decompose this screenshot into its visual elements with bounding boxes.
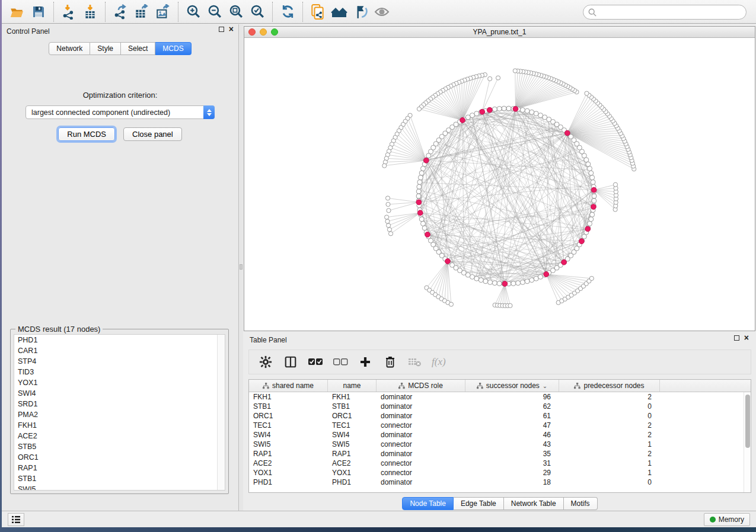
tab-mcds[interactable]: MCDS [155, 42, 191, 55]
table-cell[interactable]: ORC1 [249, 411, 328, 421]
graph-node[interactable] [483, 279, 488, 284]
hide-selected-button[interactable] [350, 2, 371, 21]
table-cell[interactable]: ORC1 [328, 411, 377, 421]
table-cell[interactable]: ACE2 [249, 459, 328, 468]
graph-node[interactable] [511, 281, 516, 286]
graph-leaf-node[interactable] [387, 227, 391, 232]
table-row[interactable]: TEC1TEC1connector472 [249, 421, 751, 430]
graph-mcds-node[interactable] [460, 117, 465, 123]
graph-leaf-node[interactable] [508, 303, 512, 307]
network-graph[interactable] [244, 38, 755, 331]
graph-node[interactable] [418, 175, 423, 180]
result-list-scrollbar[interactable] [217, 335, 225, 490]
import-table-button[interactable] [79, 2, 101, 21]
search-input[interactable] [599, 8, 746, 17]
float-table-panel-icon[interactable] [734, 335, 739, 341]
graph-node[interactable] [417, 180, 422, 184]
graph-node[interactable] [420, 221, 425, 226]
graph-node[interactable] [520, 280, 525, 284]
graph-mcds-node[interactable] [487, 107, 492, 113]
mcds-result-item[interactable]: STB1 [14, 473, 225, 484]
zoom-out-button[interactable] [204, 2, 225, 21]
optimization-criterion-dropdown[interactable]: largest connected component (undirected) [25, 105, 215, 119]
graph-node[interactable] [474, 111, 479, 116]
table-cell[interactable]: dominator [377, 411, 465, 421]
graph-node[interactable] [589, 217, 594, 222]
table-cell[interactable]: TEC1 [328, 421, 377, 430]
table-cell[interactable]: PHD1 [328, 477, 377, 487]
mcds-result-item[interactable]: STP4 [14, 356, 225, 367]
zoom-fit-button[interactable] [225, 2, 247, 21]
graph-node[interactable] [419, 217, 424, 222]
mcds-result-item[interactable]: SRD1 [14, 399, 225, 409]
search-field[interactable] [583, 5, 747, 20]
table-cell[interactable]: RAP1 [249, 449, 328, 459]
graph-node[interactable] [488, 280, 493, 284]
table-scrollbar-thumb[interactable] [745, 395, 750, 448]
mcds-result-item[interactable]: SWI4 [14, 388, 225, 399]
graph-mcds-node[interactable] [416, 200, 422, 205]
graph-node[interactable] [525, 279, 529, 284]
delete-column-button[interactable] [382, 354, 398, 370]
deselect-all-button[interactable] [332, 354, 349, 370]
graph-mcds-node[interactable] [564, 130, 570, 136]
table-row[interactable]: ACE2ACE2connector311 [249, 459, 751, 468]
graph-node[interactable] [586, 162, 591, 166]
table-cell[interactable]: connector [377, 421, 465, 430]
mcds-result-item[interactable]: FKH1 [14, 420, 225, 431]
table-cell[interactable]: dominator [377, 477, 465, 487]
export-table-button[interactable] [131, 2, 152, 21]
table-row[interactable]: SWI5SWI5connector431 [249, 440, 751, 449]
zoom-in-button[interactable] [183, 2, 204, 21]
graph-node[interactable] [588, 166, 592, 171]
graph-mcds-node[interactable] [502, 281, 508, 287]
open-file-button[interactable] [7, 2, 28, 21]
table-cell[interactable]: 0 [559, 402, 660, 411]
vertical-splitter[interactable] [239, 24, 243, 511]
export-image-button[interactable] [152, 2, 174, 21]
table-cell[interactable]: FKH1 [328, 392, 377, 402]
tab-select[interactable]: Select [121, 42, 155, 55]
memory-button[interactable]: Memory [704, 513, 750, 526]
table-cell[interactable]: dominator [377, 402, 465, 411]
graph-leaf-node[interactable] [385, 215, 389, 219]
graph-node[interactable] [479, 278, 483, 283]
graph-leaf-node[interactable] [386, 202, 390, 206]
graph-node[interactable] [506, 106, 511, 111]
table-cell[interactable]: RAP1 [328, 449, 377, 459]
graph-leaf-node[interactable] [386, 223, 390, 227]
graph-mcds-node[interactable] [425, 232, 430, 237]
tab-network[interactable]: Network [49, 42, 90, 55]
column-header-MCDS-role[interactable]: MCDS role [377, 380, 465, 392]
table-cell[interactable]: 2 [559, 430, 660, 440]
graph-leaf-node[interactable] [585, 91, 589, 95]
graph-node[interactable] [502, 106, 506, 111]
splitter-grip[interactable] [240, 264, 243, 270]
float-panel-icon[interactable] [219, 27, 224, 32]
table-cell[interactable]: SWI4 [328, 430, 377, 440]
table-tab-edge-table[interactable]: Edge Table [454, 497, 504, 510]
clone-network-button[interactable] [307, 2, 328, 21]
graph-mcds-node[interactable] [513, 106, 518, 111]
zoom-selected-button[interactable] [247, 2, 268, 21]
graph-node[interactable] [470, 274, 474, 279]
graph-node[interactable] [538, 113, 543, 118]
mcds-result-item[interactable]: CAR1 [14, 345, 225, 356]
graph-leaf-node[interactable] [387, 209, 391, 213]
network-canvas[interactable] [244, 38, 755, 331]
split-panel-button[interactable] [282, 354, 299, 370]
graph-leaf-node[interactable] [388, 232, 393, 236]
table-row[interactable]: PHD1PHD1dominator180 [249, 477, 751, 487]
graph-node[interactable] [417, 184, 422, 189]
table-cell[interactable]: dominator [377, 430, 465, 440]
mcds-result-item[interactable]: STB5 [14, 441, 225, 452]
table-cell[interactable]: STB1 [249, 402, 328, 411]
graph-node[interactable] [589, 171, 594, 175]
column-header-shared-name[interactable]: shared name [249, 380, 328, 392]
table-cell[interactable]: YOX1 [249, 468, 328, 477]
table-cell[interactable]: 47 [465, 421, 559, 430]
import-network-button[interactable] [58, 2, 79, 21]
graph-node[interactable] [590, 212, 595, 217]
table-cell[interactable]: SWI5 [249, 440, 328, 449]
graph-leaf-node[interactable] [513, 69, 517, 73]
